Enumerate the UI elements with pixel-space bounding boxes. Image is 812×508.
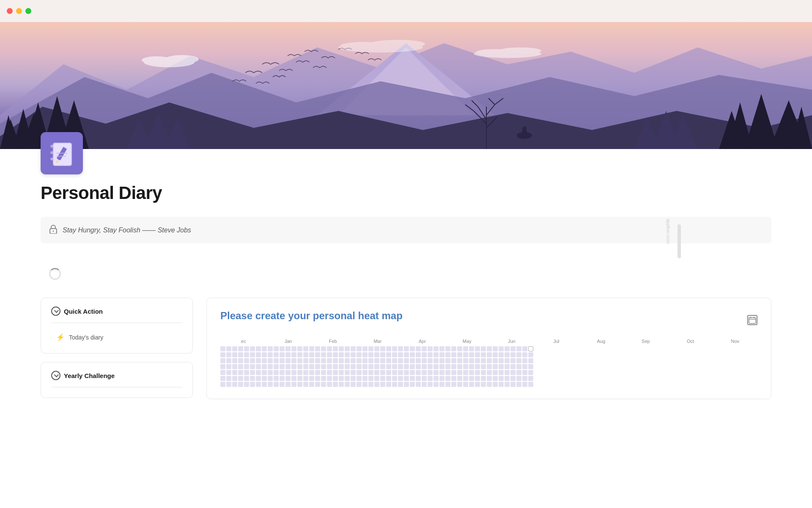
heatmap-week <box>309 346 314 387</box>
heatmap-cell <box>510 370 516 375</box>
heatmap-cell <box>351 376 356 381</box>
heatmap-cell <box>357 352 362 357</box>
heatmap-cell <box>280 376 285 381</box>
heatmap-week <box>280 346 285 387</box>
month-label: Aug <box>579 339 623 344</box>
heatmap-cell <box>374 382 379 387</box>
heatmap-cell <box>351 352 356 357</box>
page-title: Personal Diary <box>41 183 771 203</box>
heatmap-cell <box>285 358 291 363</box>
month-label: May <box>444 339 489 344</box>
heatmap-cell <box>433 364 439 369</box>
heatmap-cell <box>297 364 302 369</box>
heatmap-cell <box>451 364 456 369</box>
heatmap-cell <box>256 382 261 387</box>
heatmap-cell <box>238 370 243 375</box>
heatmap-cell <box>487 352 492 357</box>
heatmap-cell <box>250 346 255 351</box>
todays-diary-item[interactable]: ⚡ Today's diary <box>51 330 182 345</box>
heatmap-cell <box>522 364 527 369</box>
heatmap-cell <box>422 382 427 387</box>
heatmap-cell <box>386 358 391 363</box>
calendar-icon[interactable] <box>747 315 757 325</box>
heatmap-cell <box>333 370 338 375</box>
heatmap-cell <box>428 358 433 363</box>
heatmap-cell <box>516 358 521 363</box>
heatmap-cell <box>428 376 433 381</box>
heatmap-cell <box>505 346 510 351</box>
heatmap-cell <box>327 358 332 363</box>
heatmap-week <box>457 346 462 387</box>
heatmap-cell <box>327 346 332 351</box>
heatmap-cell <box>422 364 427 369</box>
heatmap-cell <box>392 364 397 369</box>
heatmap-cell <box>262 352 267 357</box>
heatmap-cell <box>226 376 231 381</box>
heatmap-cell <box>410 382 415 387</box>
heatmap-week <box>220 346 225 387</box>
scrollbar[interactable] <box>678 224 681 258</box>
heatmap-cell <box>250 364 255 369</box>
heatmap-cell <box>451 376 456 381</box>
heatmap-cell <box>499 376 504 381</box>
month-labels-row: ecJanFebMarAprMayJunJulAugSepOctNov <box>220 339 757 344</box>
heatmap-week <box>268 346 273 387</box>
heatmap-cell <box>238 382 243 387</box>
heatmap-week <box>469 346 474 387</box>
heatmap-cell <box>345 358 350 363</box>
heatmap-week <box>262 346 267 387</box>
heatmap-cell <box>274 358 279 363</box>
heatmap-cell <box>380 370 385 375</box>
heatmap-cell <box>404 376 409 381</box>
heatmap-week <box>232 346 237 387</box>
heatmap-cell <box>280 346 285 351</box>
heatmap-cell <box>309 358 314 363</box>
maximize-button[interactable] <box>25 8 31 14</box>
heatmap-cell <box>262 358 267 363</box>
month-label: Mar <box>355 339 400 344</box>
heatmap-cell <box>398 364 403 369</box>
quick-action-header: Quick Action <box>51 306 182 323</box>
heatmap-cell <box>428 364 433 369</box>
heatmap-cell <box>386 352 391 357</box>
heatmap-cell <box>285 370 291 375</box>
heatmap-cell <box>386 346 391 351</box>
heatmap-cell <box>433 370 439 375</box>
heatmap-week <box>380 346 385 387</box>
heatmap-cell <box>303 346 308 351</box>
heatmap-cell <box>522 382 527 387</box>
heatmap-cell <box>374 376 379 381</box>
heatmap-week <box>327 346 332 387</box>
heatmap-cell <box>457 376 462 381</box>
heatmap-cell <box>274 346 279 351</box>
heatmap-cell <box>404 358 409 363</box>
heatmap-cell <box>226 382 231 387</box>
heatmap-cell <box>368 358 373 363</box>
heatmap-cell <box>475 376 480 381</box>
month-label: Jul <box>534 339 579 344</box>
heatmap-cell <box>244 346 249 351</box>
heatmap-week <box>416 346 421 387</box>
heatmap-cell <box>362 352 368 357</box>
heatmap-cell <box>404 370 409 375</box>
heatmap-week <box>528 346 533 387</box>
heatmap-cell <box>232 376 237 381</box>
heatmap-cell <box>268 370 273 375</box>
heatmap-cell <box>416 358 421 363</box>
heatmap-cell <box>528 358 533 363</box>
heatmap-cell <box>333 376 338 381</box>
heatmap-cell <box>386 376 391 381</box>
heatmap-cell <box>392 352 397 357</box>
minimize-button[interactable] <box>16 8 22 14</box>
heatmap-cell <box>238 376 243 381</box>
heatmap-cell <box>327 352 332 357</box>
heatmap-cell <box>522 346 527 351</box>
heatmap-cell <box>362 364 368 369</box>
heatmap-cell <box>297 358 302 363</box>
heatmap-cell <box>522 370 527 375</box>
heatmap-cell <box>392 346 397 351</box>
close-button[interactable] <box>7 8 13 14</box>
month-label: Sep <box>623 339 668 344</box>
heatmap-cell <box>493 352 498 357</box>
heatmap-cell <box>516 364 521 369</box>
